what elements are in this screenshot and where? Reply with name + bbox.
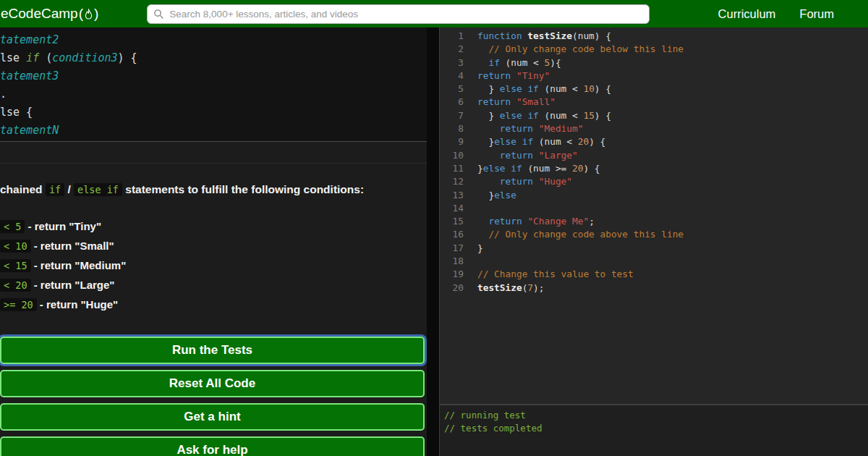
ask-for-help-button[interactable]: Ask for help (0, 436, 425, 456)
code-token-kw: return (488, 216, 522, 227)
line-code: if (num < 5){ (477, 56, 561, 69)
code-token-ident: tatement2 (0, 33, 59, 46)
code-token-plain: } (477, 136, 494, 147)
line-code: // Change this value to test (477, 268, 634, 281)
editor-line[interactable]: 13 }else (440, 189, 868, 202)
instruction-text: statements to fulfill the following cond… (122, 183, 364, 195)
code-token-num: 20 (578, 136, 589, 147)
code-token-str: "Huge" (539, 176, 572, 187)
code-token-plain: ( (39, 51, 52, 64)
code-token-plain (477, 176, 500, 187)
editor-line[interactable]: 19// Change this value to test (440, 268, 868, 281)
conditions-list: < 5 - return "Tiny"< 10 - return "Small"… (0, 220, 427, 311)
code-token-num: 20 (572, 163, 583, 174)
code-token-kw: function (477, 30, 522, 41)
line-number: 7 (440, 109, 471, 122)
condition-item: < 20 - return "Large" (0, 279, 427, 291)
code-token-plain: } (477, 190, 494, 200)
code-token-plain (516, 136, 522, 147)
line-number: 17 (440, 242, 471, 255)
instruction-text: / (64, 183, 74, 195)
nav-links: CurriculumForum (718, 7, 868, 21)
code-token-cm: // Only change code above this line (477, 229, 684, 240)
code-token-str: "Large" (539, 150, 578, 161)
condition-text: - return "Large" (31, 279, 115, 291)
editor-line[interactable]: 6return "Small" (440, 96, 868, 109)
editor-line[interactable]: 8 return "Medium" (440, 122, 868, 135)
code-token-kw: if (522, 136, 533, 147)
code-token-plain (477, 216, 488, 227)
code-token-plain (477, 123, 500, 134)
code-token-num: 10 (583, 83, 594, 94)
code-token-plain (533, 150, 539, 161)
main-content: tatement2lse if (condition3) {tatement3.… (0, 28, 868, 456)
code-token-fn: testSize (527, 30, 572, 41)
condition-code: >= 20 (0, 298, 37, 311)
line-number: 20 (440, 282, 471, 295)
editor-line[interactable]: 3 if (num < 5){ (440, 56, 868, 69)
code-token-kw: return (500, 176, 533, 187)
editor-line[interactable]: 9 }else if (num < 20) { (440, 135, 868, 148)
line-number: 1 (440, 30, 471, 43)
line-number: 13 (440, 189, 471, 202)
editor-column: 1function testSize(num) {2 // Only chang… (439, 28, 868, 456)
editor-line[interactable]: 16 // Only change code above this line (440, 228, 868, 241)
editor-line[interactable]: 2 // Only change code below this line (440, 43, 868, 56)
action-buttons: Run the TestsReset All CodeGet a hintAsk… (0, 337, 427, 456)
line-code: } (477, 242, 483, 255)
code-token-plain: (num >= (522, 163, 572, 174)
code-token-plain: lse (0, 51, 26, 64)
editor-line[interactable]: 17} (440, 242, 868, 255)
logo-paren-open: ( (79, 6, 83, 22)
line-code: return "Huge" (477, 175, 572, 188)
line-number: 5 (440, 83, 471, 96)
search-input[interactable] (147, 4, 650, 24)
code-token-kw: if (527, 83, 538, 94)
logo[interactable]: eCodeCamp() (0, 6, 99, 22)
editor-line[interactable]: 11}else if (num >= 20) { (440, 162, 868, 175)
code-token-ident: tatementN (0, 124, 59, 137)
nav-link-forum[interactable]: Forum (799, 7, 834, 21)
editor-line[interactable]: 12 return "Huge" (440, 175, 868, 188)
code-token-plain: ) { (583, 163, 600, 174)
panel-resize-handle[interactable] (427, 28, 439, 456)
condition-text: - return "Medium" (31, 259, 127, 271)
code-token-plain: (num) { (572, 30, 611, 41)
code-token-kw: if (511, 163, 522, 174)
editor-line[interactable]: 14 (440, 202, 868, 215)
editor-line[interactable]: 20testSize(7); (440, 282, 868, 295)
get-a-hint-button[interactable]: Get a hint (0, 403, 425, 431)
line-code: testSize(7); (477, 282, 545, 295)
code-token-plain (511, 96, 516, 107)
instructions: chained if / else if statements to fulfi… (0, 181, 427, 198)
condition-text: - return "Small" (31, 240, 114, 252)
code-token-plain: } (477, 83, 500, 94)
line-code: } else if (num < 10) { (477, 83, 611, 96)
editor-lines: 1function testSize(num) {2 // Only chang… (440, 30, 868, 295)
logo-text: eCodeCamp (1, 6, 78, 22)
example-code-line: . (0, 85, 427, 104)
code-token-plain (533, 176, 539, 187)
editor-line[interactable]: 18 (440, 255, 868, 268)
line-code: return "Large" (477, 149, 578, 162)
reset-all-code-button[interactable]: Reset All Code (0, 370, 425, 397)
code-token-kw: return (500, 123, 533, 134)
editor-line[interactable]: 15 return "Change Me"; (440, 215, 868, 228)
editor-line[interactable]: 10 return "Large" (440, 149, 868, 162)
example-code-line: tatement2 (0, 31, 427, 49)
code-token-kw: else (500, 110, 522, 121)
editor-line[interactable]: 7 } else if (num < 15) { (440, 109, 868, 122)
inline-code: else if (74, 183, 122, 196)
console-output: // running test// tests completed (440, 404, 868, 456)
code-editor[interactable]: 1function testSize(num) {2 // Only chang… (440, 28, 868, 404)
editor-line[interactable]: 4return "Tiny" (440, 69, 868, 83)
editor-line[interactable]: 5 } else if (num < 10) { (440, 83, 868, 96)
line-code: // Only change code below this line (477, 43, 684, 56)
code-token-plain: ; (589, 216, 595, 227)
code-token-ident: condition3 (52, 51, 117, 64)
editor-line[interactable]: 1function testSize(num) { (440, 30, 868, 43)
nav-link-curriculum[interactable]: Curriculum (718, 7, 776, 21)
condition-item: < 15 - return "Medium" (0, 259, 427, 271)
code-token-plain: ); (533, 282, 544, 293)
run-the-tests-button[interactable]: Run the Tests (0, 337, 425, 364)
